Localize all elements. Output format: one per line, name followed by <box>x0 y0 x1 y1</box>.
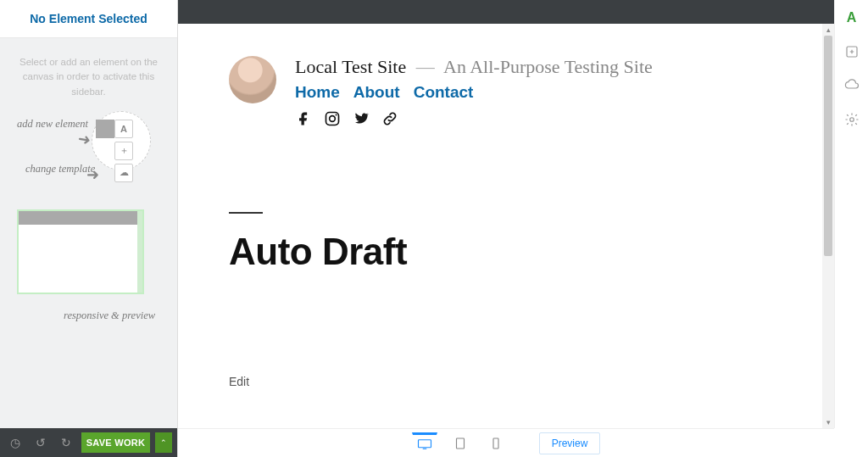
sidebar-footer: ◷ ↺ ↻ SAVE WORK ⌃ <box>0 428 177 457</box>
app-logo-icon[interactable]: A <box>841 7 863 29</box>
page-content: Local Test Site — An All-Purpose Testing… <box>178 24 834 422</box>
sidebar-title: No Element Selected <box>0 12 177 25</box>
scroll-up-icon[interactable]: ▴ <box>822 24 834 36</box>
twitter-icon[interactable] <box>353 110 370 127</box>
avatar <box>229 56 276 103</box>
save-button[interactable]: SAVE WORK <box>81 432 150 453</box>
redo-icon[interactable]: ↻ <box>56 432 76 453</box>
illustration-cloud-icon: ☁ <box>114 164 133 182</box>
hint-responsive: responsive & preview <box>64 309 155 322</box>
svg-point-1 <box>330 116 336 122</box>
bottom-toolbar: Preview <box>178 428 834 457</box>
site-title[interactable]: Local Test Site <box>295 56 406 77</box>
save-dropdown[interactable]: ⌃ <box>155 432 172 453</box>
title-separator: — <box>416 56 435 77</box>
illustration-dark-block <box>96 120 114 138</box>
svg-point-2 <box>336 114 337 115</box>
illustration-toolbar: A ＋ ☁ <box>114 120 133 182</box>
illustration-plus-icon: ＋ <box>114 142 133 160</box>
illustration-logo-icon: A <box>114 120 133 138</box>
svg-rect-3 <box>418 439 431 447</box>
social-links <box>295 110 783 127</box>
sidebar-hint-text: Select or add an element on the canvas i… <box>0 38 177 108</box>
left-sidebar: No Element Selected Select or add an ele… <box>0 0 178 457</box>
link-icon[interactable] <box>381 110 398 127</box>
site-tagline: An All-Purpose Testing Site <box>443 56 653 77</box>
vertical-scrollbar[interactable]: ▴ ▾ <box>822 24 834 428</box>
sidebar-illustration: add new element ➜ change template ➜ A ＋ … <box>0 108 177 428</box>
site-title-line: Local Test Site — An All-Purpose Testing… <box>295 56 783 78</box>
scroll-down-icon[interactable]: ▾ <box>822 416 834 428</box>
add-element-button[interactable] <box>841 41 863 63</box>
nav-about[interactable]: About <box>353 83 400 102</box>
templates-button[interactable] <box>841 75 863 97</box>
device-desktop-button[interactable] <box>412 432 437 454</box>
settings-button[interactable] <box>841 109 863 131</box>
hint-add-new: add new element <box>17 118 88 131</box>
sidebar-header: No Element Selected <box>0 0 177 38</box>
nav-home[interactable]: Home <box>295 83 340 102</box>
hint-change-template: change template <box>25 163 95 176</box>
arrow-icon: ➜ <box>86 165 99 184</box>
arrow-icon: ➜ <box>76 129 92 149</box>
svg-rect-5 <box>493 438 498 449</box>
preview-button[interactable]: Preview <box>539 432 601 454</box>
history-icon[interactable]: ◷ <box>5 432 25 453</box>
facebook-icon[interactable] <box>295 110 312 127</box>
nav-contact[interactable]: Contact <box>414 83 474 102</box>
svg-rect-4 <box>456 438 464 449</box>
scrollbar-thumb[interactable] <box>824 36 832 256</box>
primary-nav: Home About Contact <box>295 83 783 102</box>
post-title[interactable]: Auto Draft <box>229 231 783 273</box>
canvas-topbar <box>178 0 834 24</box>
undo-icon[interactable]: ↺ <box>31 432 51 453</box>
illustration-window <box>17 209 144 294</box>
edit-link[interactable]: Edit <box>229 375 783 388</box>
device-mobile-button[interactable] <box>483 432 509 454</box>
right-rail: A <box>834 0 868 428</box>
canvas-area[interactable]: Local Test Site — An All-Purpose Testing… <box>178 0 834 428</box>
instagram-icon[interactable] <box>324 110 341 127</box>
device-tablet-button[interactable] <box>448 432 473 454</box>
post-divider <box>229 212 263 214</box>
svg-point-7 <box>849 118 854 122</box>
